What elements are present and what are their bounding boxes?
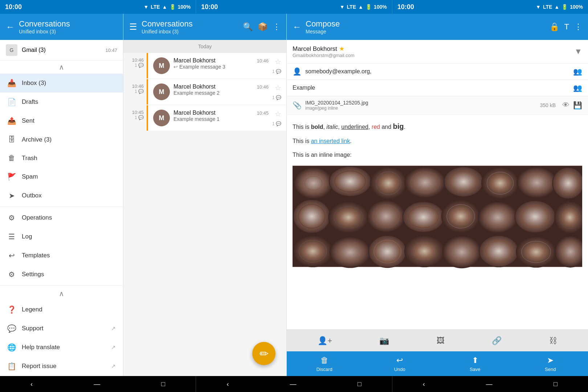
lte-icon-3: LTE — [543, 4, 552, 10]
sidebar-item-log[interactable]: ☰ Log — [0, 227, 123, 246]
sidebar-item-support[interactable]: 💬 Support ↗ — [0, 319, 123, 338]
sidebar-subtitle: Unified inbox (3) — [19, 29, 117, 34]
svg-point-30 — [515, 201, 555, 233]
sidebar-item-settings[interactable]: ⚙ Settings — [0, 265, 123, 284]
status-bar-2: 10:00 ▼ LTE ▲ 🔋 100% — [196, 0, 392, 14]
save-label: Save — [470, 367, 481, 372]
undo-button[interactable]: ↩ Undo — [362, 351, 438, 376]
big-text: big — [393, 122, 404, 130]
image-icon[interactable]: 🖼 — [437, 336, 445, 346]
sidebar-item-helptranslate[interactable]: 🌐 Help translate ↗ — [0, 338, 123, 357]
sidebar-item-spam[interactable]: 🚩 Spam — [0, 167, 123, 186]
archive-icon: 🗄 — [7, 135, 16, 144]
camera-icon[interactable]: 📷 — [379, 336, 389, 346]
sidebar-item-archive[interactable]: 🗄 Archive (3) — [0, 130, 123, 149]
back-icon[interactable]: ← — [6, 22, 15, 32]
compose-body[interactable]: This is bold, italic, underlined, red an… — [287, 115, 588, 330]
back-nav-button[interactable]: ‹ — [23, 380, 40, 388]
home-nav-button[interactable]: — — [86, 380, 107, 388]
sidebar-item-reportissue[interactable]: 📋 Report issue ↗ — [0, 357, 123, 376]
compose-attachment-row: 📎 IMG_20200104_125205.jpg image/jpeg inl… — [287, 96, 588, 115]
more-options-icon[interactable]: ⋮ — [273, 22, 281, 32]
from-dropdown-icon[interactable]: ▼ — [574, 47, 582, 56]
send-button[interactable]: ➤ Send — [513, 351, 588, 376]
sidebar-item-drafts[interactable]: 📄 Drafts — [0, 93, 123, 111]
reply-arrow-1: ↩ — [173, 64, 178, 70]
lte-icon-1: LTE — [151, 4, 160, 10]
sidebar-item-templates[interactable]: ↩ Templates — [0, 246, 123, 265]
search-icon[interactable]: 🔍 — [243, 22, 253, 32]
to-address[interactable]: somebody@example.org, — [305, 68, 569, 75]
link-icon[interactable]: 🔗 — [492, 336, 502, 346]
lock-icon[interactable]: 🔒 — [550, 22, 559, 32]
sidebar-support-label: Support — [22, 325, 105, 332]
compose-more-icon[interactable]: ⋮ — [574, 22, 582, 32]
back-nav-button-3[interactable]: ‹ — [416, 380, 432, 388]
conv-count-left-2: 1 💬 — [135, 89, 144, 94]
recents-nav-button[interactable]: □ — [154, 380, 172, 388]
sidebar-panel: ← Conversations Unified inbox (3) G Gmai… — [0, 14, 123, 376]
sidebar-spam-label: Spam — [22, 173, 116, 180]
home-nav-button-2[interactable]: — — [283, 380, 304, 388]
compose-back-icon[interactable]: ← — [293, 22, 301, 32]
table-row[interactable]: 10:46 1 💬 M Marcel Bokhorst 10:46 ↩ Exam… — [123, 53, 286, 78]
save-icon: ⬆ — [472, 356, 478, 365]
compose-subject-row[interactable]: Example 👥 — [287, 80, 588, 96]
back-nav-button-2[interactable]: ‹ — [219, 380, 236, 388]
sidebar-item-operations[interactable]: ⚙ Operations — [0, 208, 123, 227]
preview-icon[interactable]: 👁 — [562, 101, 569, 110]
recents-nav-button-2[interactable]: □ — [350, 380, 369, 388]
battery-icon-1: 🔋 — [170, 4, 176, 10]
collapse-button[interactable]: ∧ — [0, 61, 123, 74]
inserted-link[interactable]: an inserted link — [311, 138, 350, 144]
sidebar-item-legend[interactable]: ❓ Legend — [0, 300, 123, 319]
battery-pct-1: 100% — [178, 4, 191, 10]
conv-time-1: 10:46 — [257, 58, 269, 64]
nav-section-3: ‹ — □ — [392, 376, 588, 392]
wifi-icon-3: ▼ — [536, 4, 541, 10]
home-nav-button-3[interactable]: — — [479, 380, 500, 388]
sidebar-item-sent[interactable]: 📤 Sent — [0, 111, 123, 130]
discard-button[interactable]: 🗑 Discard — [287, 351, 362, 376]
menu-icon[interactable]: ☰ — [129, 22, 137, 32]
star-2[interactable]: ☆ — [275, 83, 281, 92]
save-button[interactable]: ⬆ Save — [437, 351, 513, 376]
time-3: 10:00 — [397, 3, 414, 11]
subject-people-icon[interactable]: 👥 — [573, 83, 582, 92]
compose-from-row[interactable]: Marcel Bokhorst ★ Gmail/bokhorstm@gmail.… — [287, 40, 588, 64]
table-row[interactable]: 10:45 1 💬 M Marcel Bokhorst 10:45 Exampl… — [123, 105, 286, 131]
gmail-account-row[interactable]: G Gmail (3) 10:47 — [0, 40, 123, 61]
battery-pct-2: 100% — [374, 4, 387, 10]
to-add-people-icon[interactable]: 👥 — [573, 67, 582, 76]
table-row[interactable]: 10:46 1 💬 M Marcel Bokhorst 10:46 Exampl… — [123, 79, 286, 105]
status-bar-1: 10:00 ▼ LTE ▲ 🔋 100% — [0, 0, 196, 14]
avatar-1: M — [153, 57, 170, 74]
sidebar-item-outbox[interactable]: ➤ Outbox — [0, 186, 123, 205]
conversation-list-panel: ☰ Conversations Unified inbox (3) 🔍 📦 ⋮ … — [123, 14, 287, 376]
star-1[interactable]: ☆ — [275, 57, 281, 66]
conv-time-3: 10:45 — [257, 110, 269, 116]
recents-nav-button-3[interactable]: □ — [546, 380, 565, 388]
battery-pct-3: 100% — [570, 4, 583, 10]
add-contact-icon[interactable]: 👤+ — [318, 336, 332, 346]
from-name: Marcel Bokhorst ★ — [293, 45, 355, 53]
underlined-text: underlined — [341, 124, 368, 130]
save-attachment-icon[interactable]: 💾 — [573, 101, 582, 110]
subject-text[interactable]: Example — [293, 85, 569, 91]
sidebar-item-inbox[interactable]: 📥 Inbox (3) — [0, 74, 123, 93]
bold-text: bold — [311, 124, 323, 130]
send-icon: ➤ — [547, 356, 554, 365]
settings-icon: ⚙ — [7, 270, 16, 279]
text-format-icon[interactable]: T — [564, 22, 569, 32]
compose-fab[interactable]: ✏ — [252, 342, 275, 365]
sidebar-item-trash[interactable]: 🗑 Trash — [0, 149, 123, 167]
avatar-2: M — [153, 83, 170, 100]
collapse-button-2[interactable]: ∧ — [0, 287, 123, 300]
wifi-icon-2: ▼ — [340, 4, 345, 10]
archive-action-icon[interactable]: 📦 — [258, 22, 268, 32]
discard-label: Discard — [317, 367, 332, 372]
conv-preview-1: Example message 3 — [179, 64, 225, 70]
chain-link-icon[interactable]: ⛓ — [549, 336, 557, 346]
compose-to-row[interactable]: 👤 somebody@example.org, 👥 — [287, 64, 588, 80]
star-3[interactable]: ☆ — [275, 110, 281, 118]
